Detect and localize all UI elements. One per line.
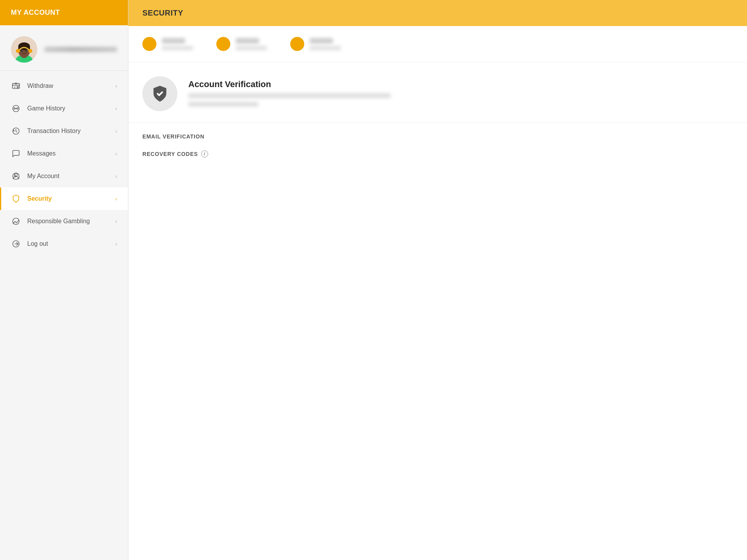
username-display: [44, 47, 117, 52]
sidebar-item-transaction-history[interactable]: Transaction History ›: [0, 120, 128, 142]
chevron-right-icon: ›: [115, 173, 117, 179]
recovery-codes-section: RECOVERY CODES i: [142, 150, 733, 158]
messages-icon: [11, 149, 21, 159]
my-account-icon: [11, 171, 21, 181]
sidebar-title: MY ACCOUNT: [11, 9, 60, 16]
stat-dot-1: [142, 37, 156, 51]
stat-title-3: [310, 38, 333, 44]
sidebar-item-label-transaction-history: Transaction History: [27, 128, 109, 135]
sidebar-item-label-messages: Messages: [27, 150, 109, 157]
sidebar-item-label-logout: Log out: [27, 240, 109, 247]
chevron-right-icon: ›: [115, 128, 117, 134]
recovery-codes-label: RECOVERY CODES: [142, 151, 198, 157]
stat-subtitle-1: [162, 46, 193, 50]
stat-subtitle-3: [310, 46, 341, 50]
withdraw-icon: [11, 81, 21, 91]
email-verification-section: EMAIL VERIFICATION: [142, 133, 733, 140]
sidebar-item-security[interactable]: Security ›: [0, 187, 128, 210]
sidebar-item-label-security: Security: [27, 195, 109, 202]
stat-subtitle-2: [236, 46, 267, 50]
stats-row: [128, 26, 747, 62]
security-icon: [11, 194, 21, 204]
sidebar-item-label-withdraw: Withdraw: [27, 82, 109, 89]
stat-item-3: [290, 37, 341, 51]
security-sections: EMAIL VERIFICATION RECOVERY CODES i: [128, 122, 747, 168]
svg-point-8: [16, 49, 20, 53]
sidebar-item-messages[interactable]: Messages ›: [0, 142, 128, 165]
recovery-codes-info-icon[interactable]: i: [201, 150, 208, 158]
sidebar-item-label-responsible-gambling: Responsible Gambling: [27, 218, 109, 225]
stat-dot-2: [216, 37, 230, 51]
sidebar-item-withdraw[interactable]: Withdraw ›: [0, 75, 128, 97]
svg-point-14: [23, 52, 25, 53]
chevron-right-icon: ›: [115, 196, 117, 202]
nav-menu: Withdraw › Game History ›: [0, 71, 128, 560]
desc-line-2: [188, 102, 258, 107]
sidebar-item-logout[interactable]: Log out ›: [0, 233, 128, 255]
verification-content: Account Verification: [188, 76, 733, 107]
stat-item-1: [142, 37, 193, 51]
chevron-right-icon: ›: [115, 150, 117, 157]
svg-point-18: [17, 86, 19, 88]
sidebar-item-responsible-gambling[interactable]: Responsible Gambling ›: [0, 210, 128, 233]
chevron-right-icon: ›: [115, 83, 117, 89]
main-header: SECURITY: [128, 0, 747, 26]
sidebar-item-game-history[interactable]: Game History ›: [0, 97, 128, 120]
chevron-right-icon: ›: [115, 218, 117, 224]
chevron-right-icon: ›: [115, 241, 117, 247]
shield-verification-icon: [142, 76, 177, 111]
sidebar-item-label-my-account: My Account: [27, 173, 109, 180]
sidebar-item-my-account[interactable]: My Account ›: [0, 165, 128, 187]
responsible-gambling-icon: [11, 216, 21, 226]
transaction-history-icon: [11, 126, 21, 136]
email-verification-label: EMAIL VERIFICATION: [142, 133, 204, 140]
stat-content-2: [236, 38, 267, 50]
stat-dot-3: [290, 37, 304, 51]
main-content: SECURITY: [128, 0, 747, 560]
stat-content-3: [310, 38, 341, 50]
logout-icon: [11, 239, 21, 249]
stat-title-1: [162, 38, 185, 44]
sidebar-item-label-game-history: Game History: [27, 105, 109, 112]
verification-section: Account Verification: [128, 62, 747, 122]
verification-title: Account Verification: [188, 79, 733, 89]
stat-item-2: [216, 37, 267, 51]
verification-description: [188, 93, 733, 107]
svg-point-9: [28, 49, 32, 53]
svg-point-12: [22, 50, 23, 51]
sidebar-header: MY ACCOUNT: [0, 0, 128, 25]
chevron-right-icon: ›: [115, 105, 117, 112]
sidebar: MY ACCOUNT: [0, 0, 128, 560]
desc-line-1: [188, 93, 391, 98]
page-title: SECURITY: [142, 9, 183, 17]
svg-point-13: [26, 50, 27, 51]
avatar: [11, 36, 37, 63]
stat-content-1: [162, 38, 193, 50]
user-profile: [0, 25, 128, 71]
game-history-icon: [11, 103, 21, 114]
stat-title-2: [236, 38, 259, 44]
